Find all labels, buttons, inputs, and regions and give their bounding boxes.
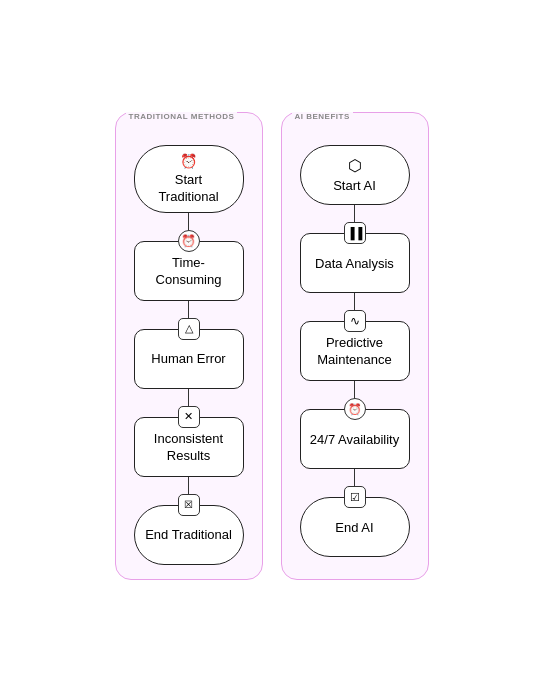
cross-badge: ✕ (178, 406, 200, 428)
human-error-node: △ Human Error (134, 329, 244, 389)
ai-column: AI BENEFITS ⬡ Start AI ▐▐ Data Analysis (281, 112, 429, 580)
start-ai-label: Start AI (333, 178, 376, 195)
human-error-wrapper: △ Human Error (134, 329, 244, 389)
data-analysis-label: Data Analysis (315, 256, 394, 273)
availability-node: ⏰ 24/7 Availability (300, 409, 410, 469)
inconsistent-node: ✕ InconsistentResults (134, 417, 244, 477)
start-traditional-wrapper: ⏰ StartTraditional (134, 145, 244, 213)
clock-badge-avail: ⏰ (344, 398, 366, 420)
x-badge-end: ☒ (178, 494, 200, 516)
traditional-column: TRADITIONAL METHODS ⏰ StartTraditional ⏰… (115, 112, 263, 580)
availability-wrapper: ⏰ 24/7 Availability (300, 409, 410, 469)
start-traditional-node: ⏰ StartTraditional (134, 145, 244, 213)
bar-chart-badge: ▐▐ (344, 222, 366, 244)
predictive-node: ∿ PredictiveMaintenance (300, 321, 410, 381)
triangle-badge: △ (178, 318, 200, 340)
inconsistent-label: InconsistentResults (154, 431, 223, 465)
data-analysis-wrapper: ▐▐ Data Analysis (300, 233, 410, 293)
start-ai-wrapper: ⬡ Start AI (300, 145, 410, 205)
end-traditional-wrapper: ☒ End Traditional (134, 505, 244, 565)
end-traditional-node: ☒ End Traditional (134, 505, 244, 565)
predictive-wrapper: ∿ PredictiveMaintenance (300, 321, 410, 381)
time-consuming-label: Time-Consuming (156, 255, 222, 289)
ai-label: AI BENEFITS (292, 112, 353, 121)
end-traditional-label: End Traditional (145, 527, 232, 544)
time-consuming-wrapper: ⏰ Time-Consuming (134, 241, 244, 301)
data-analysis-node: ▐▐ Data Analysis (300, 233, 410, 293)
main-container: TRADITIONAL METHODS ⏰ StartTraditional ⏰… (95, 92, 449, 600)
time-consuming-node: ⏰ Time-Consuming (134, 241, 244, 301)
clock-badge-time: ⏰ (178, 230, 200, 252)
predictive-label: PredictiveMaintenance (317, 335, 391, 369)
traditional-label: TRADITIONAL METHODS (126, 112, 238, 121)
clock-icon-start: ⏰ (180, 154, 197, 168)
end-ai-node: ☑ End AI (300, 497, 410, 557)
cpu-icon-start: ⬡ (348, 158, 362, 174)
availability-label: 24/7 Availability (310, 432, 399, 449)
start-traditional-label: StartTraditional (158, 172, 218, 206)
end-ai-wrapper: ☑ End AI (300, 497, 410, 557)
check-badge-end: ☑ (344, 486, 366, 508)
end-ai-label: End AI (335, 520, 373, 537)
wave-badge: ∿ (344, 310, 366, 332)
inconsistent-wrapper: ✕ InconsistentResults (134, 417, 244, 477)
human-error-label: Human Error (151, 351, 225, 368)
start-ai-node: ⬡ Start AI (300, 145, 410, 205)
